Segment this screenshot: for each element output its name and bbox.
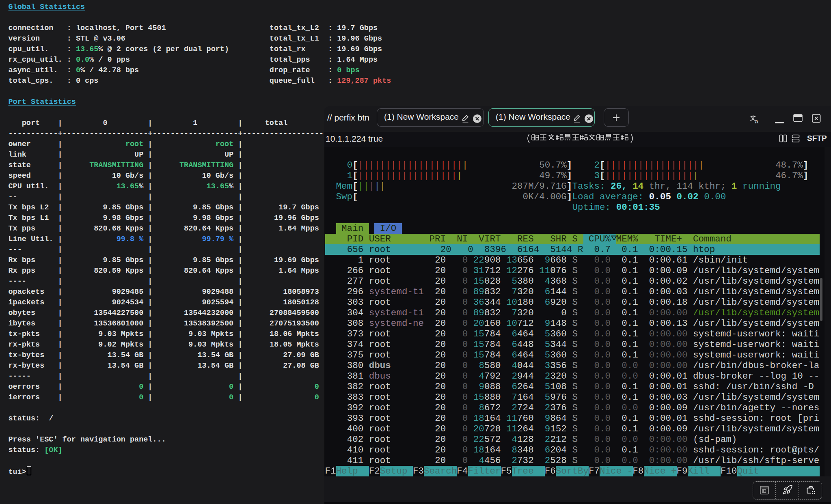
svg-text:A: A [755,119,759,124]
